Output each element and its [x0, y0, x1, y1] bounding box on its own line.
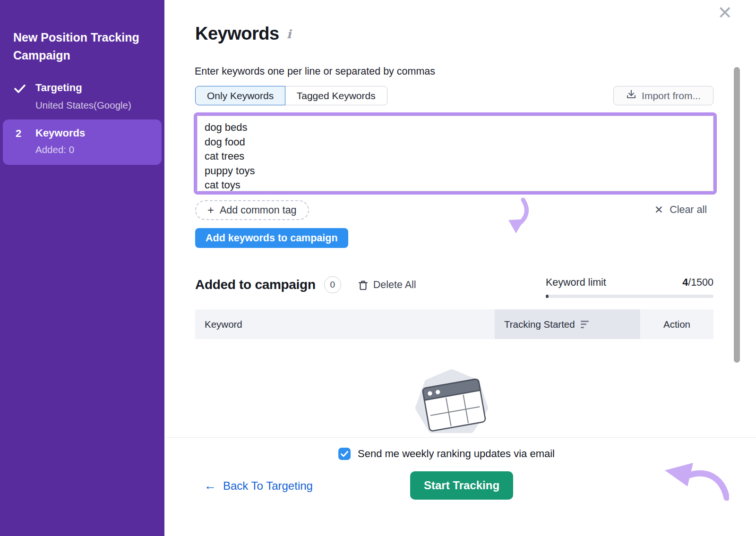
page-title: Keywords	[195, 24, 279, 44]
annotation-arrow-to-start-tracking	[662, 457, 729, 502]
step-keywords-label: Keywords	[35, 127, 85, 139]
close-icon[interactable]: ✕	[717, 4, 732, 22]
import-from-button[interactable]: Import from...	[613, 86, 713, 105]
added-count-badge: 0	[324, 276, 341, 293]
column-header-tracking-started[interactable]: Tracking Started	[495, 309, 640, 339]
keyword-limit-progressbar	[546, 295, 713, 298]
clear-icon: ✕	[654, 204, 663, 216]
position-tracking-modal: New Position Tracking Campaign Targeting…	[0, 0, 756, 536]
back-to-targeting-link[interactable]: ← Back To Targeting	[204, 478, 313, 493]
added-to-campaign-row: Added to campaign 0 Delete All	[195, 276, 416, 293]
download-icon	[626, 89, 636, 102]
column-header-action: Action	[640, 309, 713, 339]
sidebar-step-keywords[interactable]: 2 Keywords Added: 0	[3, 119, 162, 165]
weekly-updates-row: Send me weekly ranking updates via email	[338, 448, 555, 460]
add-common-tag-label: Add common tag	[220, 204, 297, 216]
footer-divider	[166, 437, 756, 438]
vertical-scrollbar[interactable]	[734, 67, 740, 363]
checkmark-icon	[341, 451, 348, 457]
step-keywords-count: Added: 0	[35, 144, 74, 155]
weekly-updates-label: Send me weekly ranking updates via email	[358, 448, 555, 460]
plus-icon: +	[207, 204, 214, 217]
delete-all-label: Delete All	[373, 279, 416, 291]
trash-icon	[358, 280, 368, 290]
delete-all-button[interactable]: Delete All	[358, 279, 416, 291]
step-targeting-value: United States(Google)	[35, 100, 131, 111]
keyword-limit-value: 4/1500	[682, 277, 713, 289]
keywords-table-header: Keyword Tracking Started Action	[195, 309, 713, 339]
weekly-updates-checkbox[interactable]	[338, 448, 351, 460]
keyword-limit-progress-fill	[546, 295, 549, 298]
back-to-targeting-label: Back To Targeting	[223, 479, 313, 493]
sort-descending-icon	[581, 321, 589, 328]
keywords-instructions: Enter keywords one per line or separated…	[195, 66, 435, 77]
keywords-mode-tabs: Only Keywords Tagged Keywords	[195, 86, 387, 105]
tab-only-keywords[interactable]: Only Keywords	[195, 86, 285, 105]
keywords-panel: ✕ Keywords i Enter keywords one per line…	[164, 0, 756, 536]
back-arrow-icon: ←	[204, 478, 216, 493]
keywords-textarea[interactable]: dog beds dog food cat trees puppy toys c…	[197, 116, 713, 191]
wizard-title: New Position Tracking Campaign	[13, 28, 151, 64]
import-from-label: Import from...	[642, 90, 701, 102]
keywords-textarea-highlight: dog beds dog food cat trees puppy toys c…	[194, 112, 717, 195]
wizard-sidebar: New Position Tracking Campaign Targeting…	[0, 0, 164, 536]
clear-all-label: Clear all	[670, 204, 707, 216]
clear-all-button[interactable]: ✕ Clear all	[654, 204, 707, 216]
tracking-started-label: Tracking Started	[504, 319, 575, 330]
empty-table-illustration	[399, 366, 507, 438]
step-number: 2	[16, 128, 21, 140]
keyword-limit-block: Keyword limit 4/1500	[546, 277, 713, 298]
page-title-row: Keywords i	[195, 24, 291, 44]
add-keywords-to-campaign-button[interactable]: Add keywords to campaign	[195, 228, 348, 248]
column-header-keyword: Keyword	[195, 309, 495, 339]
annotation-arrow-to-add-button	[505, 197, 532, 237]
added-to-campaign-title: Added to campaign	[195, 277, 316, 292]
sidebar-step-targeting[interactable]: Targeting United States(Google)	[0, 80, 164, 113]
keyword-limit-label: Keyword limit	[546, 277, 606, 289]
add-common-tag-button[interactable]: + Add common tag	[195, 200, 309, 220]
step-targeting-label: Targeting	[35, 82, 82, 94]
info-icon[interactable]: i	[287, 27, 292, 41]
start-tracking-button[interactable]: Start Tracking	[410, 471, 513, 500]
check-icon	[14, 84, 26, 95]
tab-tagged-keywords[interactable]: Tagged Keywords	[285, 86, 387, 105]
